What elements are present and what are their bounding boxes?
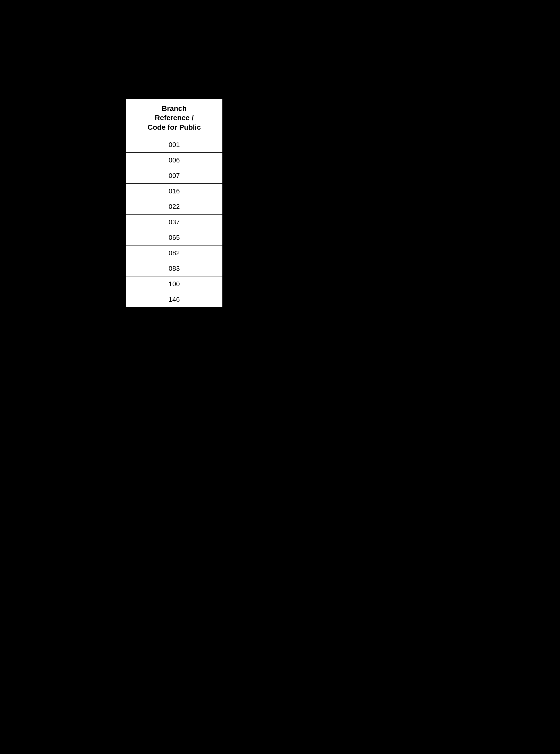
table-row: 001 [126, 137, 222, 153]
branch-code-cell: 146 [126, 292, 222, 307]
branch-code-cell: 082 [126, 246, 222, 261]
branch-code-cell: 006 [126, 153, 222, 168]
branch-code-cell: 016 [126, 183, 222, 199]
table-row: 037 [126, 215, 222, 230]
branch-code-cell: 083 [126, 261, 222, 276]
table-header: Branch Reference / Code for Public [126, 99, 222, 137]
branch-code-cell: 007 [126, 168, 222, 183]
table-row: 100 [126, 276, 222, 292]
branch-code-table: Branch Reference / Code for Public 00100… [125, 99, 223, 308]
branch-code-cell: 065 [126, 230, 222, 246]
table-row: 022 [126, 199, 222, 215]
table-row: 065 [126, 230, 222, 246]
table-row: 006 [126, 153, 222, 168]
branch-code-cell: 022 [126, 199, 222, 215]
table-row: 016 [126, 183, 222, 199]
branch-code-cell: 001 [126, 137, 222, 153]
table-row: 083 [126, 261, 222, 276]
table-row: 007 [126, 168, 222, 183]
branch-code-cell: 037 [126, 215, 222, 230]
table-row: 146 [126, 292, 222, 307]
branch-code-cell: 100 [126, 276, 222, 292]
table-row: 082 [126, 246, 222, 261]
